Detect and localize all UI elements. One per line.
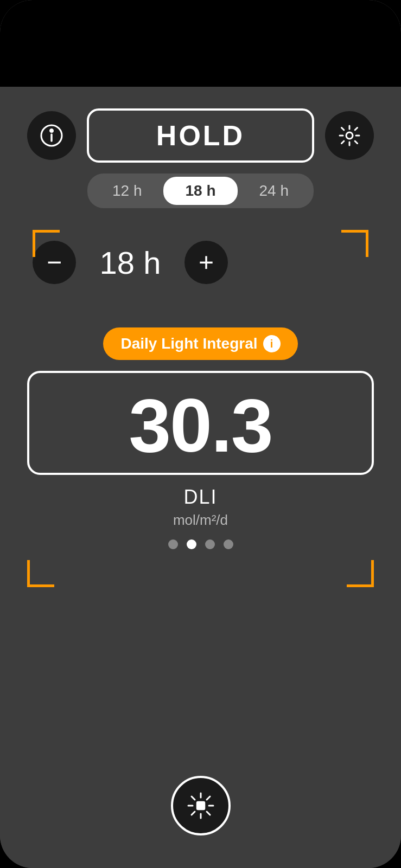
dli-info-icon[interactable]: i bbox=[263, 335, 281, 352]
dli-badge-label: Daily Light Integral bbox=[120, 335, 257, 352]
svg-line-12 bbox=[192, 812, 195, 815]
bracket-top-left bbox=[33, 230, 60, 257]
dot-2 bbox=[187, 539, 196, 549]
bracket-bottom-right bbox=[347, 560, 374, 587]
dot-4 bbox=[224, 539, 233, 549]
dli-unit-label: DLI bbox=[183, 486, 217, 509]
hour-control: − 18 h + bbox=[33, 241, 368, 284]
svg-line-9 bbox=[192, 796, 195, 800]
main-content: HOLD 12 h 18 h 24 h bbox=[0, 87, 401, 868]
time-option-24h[interactable]: 24 h bbox=[238, 177, 311, 205]
top-bar bbox=[0, 0, 401, 87]
dli-unit-sub: mol/m²/d bbox=[173, 512, 228, 529]
hour-control-wrapper: − 18 h + bbox=[27, 230, 374, 317]
bottom-area bbox=[27, 603, 374, 868]
dli-badge[interactable]: Daily Light Integral i bbox=[103, 327, 297, 360]
svg-point-2 bbox=[50, 130, 53, 132]
bottom-brackets bbox=[27, 565, 374, 587]
dli-section: Daily Light Integral i 30.3 DLI mol/m²/d bbox=[27, 317, 374, 603]
hour-value: 18 h bbox=[98, 245, 163, 281]
bracket-top-right bbox=[341, 230, 368, 257]
bracket-bottom-left bbox=[27, 560, 54, 587]
time-option-12h[interactable]: 12 h bbox=[91, 177, 164, 205]
hold-button[interactable]: HOLD bbox=[87, 108, 314, 163]
sun-icon bbox=[186, 791, 215, 820]
hold-label: HOLD bbox=[116, 119, 285, 152]
svg-rect-4 bbox=[197, 802, 205, 809]
time-option-18h[interactable]: 18 h bbox=[163, 177, 237, 205]
dli-value: 30.3 bbox=[129, 384, 272, 467]
sun-button[interactable] bbox=[171, 776, 231, 835]
increment-button[interactable]: + bbox=[184, 241, 228, 284]
svg-line-10 bbox=[207, 812, 210, 815]
info-button[interactable] bbox=[27, 111, 76, 160]
svg-point-3 bbox=[346, 132, 353, 139]
phone-container: HOLD 12 h 18 h 24 h bbox=[0, 0, 401, 868]
header-row: HOLD bbox=[27, 108, 374, 163]
time-selector: 12 h 18 h 24 h bbox=[87, 173, 314, 208]
settings-button[interactable] bbox=[325, 111, 374, 160]
svg-line-11 bbox=[207, 796, 210, 800]
dot-1 bbox=[168, 539, 178, 549]
pagination-dots bbox=[168, 539, 233, 549]
info-icon bbox=[40, 124, 63, 147]
dli-value-box: 30.3 bbox=[27, 371, 374, 475]
gear-icon bbox=[338, 124, 361, 147]
dot-3 bbox=[205, 539, 215, 549]
